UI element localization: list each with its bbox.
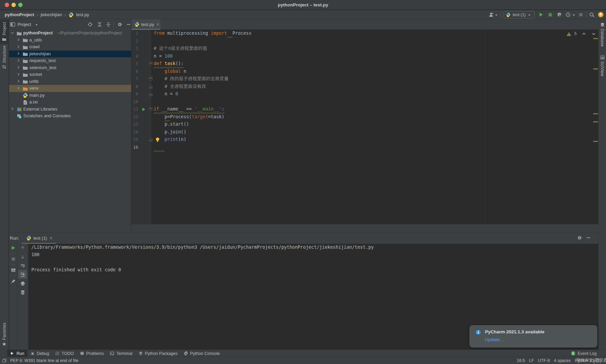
breadcrumb-item-test.py[interactable]: test.py: [76, 12, 89, 17]
tree-row-selenium_test[interactable]: selenium_test: [9, 64, 131, 71]
update-link[interactable]: Update...: [485, 337, 504, 342]
project-settings-gear-button[interactable]: [117, 22, 122, 27]
tool-window-button-python-console[interactable]: Python Console: [181, 350, 223, 357]
stripe-button-sciview[interactable]: SciView: [599, 55, 606, 82]
tool-window-button-terminal[interactable]: Terminal: [107, 350, 135, 357]
soft-wrap-button[interactable]: [18, 261, 27, 270]
inspections-widget[interactable]: 5: [567, 31, 596, 37]
tree-row-a_utils[interactable]: a_utils: [9, 37, 131, 44]
stripe-button-database[interactable]: Database: [599, 22, 606, 49]
stripe-button-structure[interactable]: Structure: [0, 46, 8, 69]
tree-chevron-right-icon[interactable]: [17, 86, 21, 91]
tree-row-urllib[interactable]: urllib: [9, 78, 131, 85]
tree-row-requests_test[interactable]: requests_test: [9, 57, 131, 64]
prev-warning-icon[interactable]: [582, 32, 586, 36]
pin-tab-button[interactable]: [9, 277, 18, 285]
fold-start-marker[interactable]: [149, 77, 153, 81]
title-bar[interactable]: pythonProject – test.py: [0, 0, 606, 10]
indent-widget[interactable]: 4 spaces: [554, 358, 571, 363]
stop-process-button[interactable]: [9, 254, 18, 263]
tree-chevron-right-icon[interactable]: [17, 72, 21, 77]
expand-all-button[interactable]: [97, 22, 102, 27]
run-tab-close-icon[interactable]: [49, 236, 53, 240]
tool-window-button-todo[interactable]: TODO: [52, 350, 77, 357]
tree-chevron-right-icon[interactable]: [17, 65, 21, 70]
tree-chevron-down-icon[interactable]: [10, 31, 15, 35]
tree-row-socket[interactable]: socket: [9, 71, 131, 78]
tree-row-main.py[interactable]: main.py: [9, 92, 131, 99]
breadcrumb-item-pythonProject[interactable]: pythonProject: [5, 12, 34, 17]
event-log-button[interactable]: 1 Event Log: [571, 350, 597, 357]
error-stripe-mark[interactable]: [593, 68, 598, 69]
fold-end-marker[interactable]: [149, 138, 153, 142]
scroll-to-end-button[interactable]: [18, 270, 27, 279]
error-stripe-mark[interactable]: [593, 141, 598, 142]
interpreter-widget[interactable]: Python 3.9 (2)简体中文(圆汉鑫王: [575, 358, 601, 363]
tree-chevron-right-icon[interactable]: [10, 107, 15, 111]
run-line-gutter-icon[interactable]: [142, 107, 146, 112]
profiler-caret-icon[interactable]: [572, 13, 575, 17]
tree-row-Scratches-and-Consoles[interactable]: Scratches and Consoles: [9, 113, 131, 120]
stripe-button-favorites[interactable]: Favorites: [0, 322, 8, 347]
tree-chevron-right-icon[interactable]: [17, 79, 21, 84]
fold-end-marker[interactable]: [149, 92, 153, 96]
tree-row-venv[interactable]: venv: [9, 85, 131, 92]
collapse-all-button[interactable]: [106, 22, 111, 27]
tree-row-External-Libraries[interactable]: External Libraries: [9, 106, 131, 113]
intention-bulb-icon[interactable]: [155, 137, 160, 142]
profiler-button[interactable]: [566, 12, 571, 18]
project-panel-caret-icon[interactable]: [35, 23, 38, 26]
search-everywhere-button[interactable]: [589, 12, 595, 18]
stripe-button-project[interactable]: Project: [0, 20, 8, 44]
stop-button[interactable]: [578, 12, 583, 17]
ide-update-button[interactable]: [598, 12, 604, 18]
status-message[interactable]: PEP 8: W391 blank line at end of file: [10, 357, 79, 364]
tree-chevron-right-icon[interactable]: [17, 59, 21, 63]
clear-console-button[interactable]: [18, 288, 27, 297]
error-stripe-mark[interactable]: [593, 113, 598, 114]
run-button[interactable]: [539, 12, 544, 17]
locate-file-button[interactable]: [88, 22, 93, 27]
caret-position-widget[interactable]: 16:5: [517, 358, 525, 363]
line-separator-widget[interactable]: LF: [529, 358, 534, 363]
print-console-button[interactable]: [18, 279, 27, 288]
tree-chevron-right-icon[interactable]: [17, 52, 21, 56]
next-warning-icon[interactable]: [592, 32, 596, 36]
debug-button[interactable]: [548, 12, 553, 17]
tool-window-button-debug[interactable]: Debug: [27, 350, 52, 357]
run-hide-icon[interactable]: [586, 235, 591, 240]
tool-window-button-run[interactable]: Run: [7, 350, 27, 357]
error-stripe-mark[interactable]: [593, 121, 598, 122]
fold-start-marker[interactable]: [149, 107, 153, 112]
user-dropdown-caret-icon[interactable]: [495, 13, 498, 17]
fold-start-marker[interactable]: [149, 62, 153, 66]
prev-occurrence-button[interactable]: [18, 243, 27, 252]
next-occurrence-button[interactable]: [18, 252, 27, 261]
tree-row-jiekeshijian[interactable]: jiekeshijian: [9, 51, 131, 58]
tree-row-crawl[interactable]: crawl: [9, 43, 131, 51]
restore-layout-button[interactable]: [9, 266, 18, 274]
tree-row-a.txt[interactable]: a.txt: [9, 99, 131, 106]
fold-end-marker[interactable]: [149, 85, 153, 89]
editor-tab-testpy[interactable]: test.py: [131, 19, 160, 30]
run-config-combo[interactable]: test (1): [504, 11, 535, 19]
code-editor[interactable]: 12345678910111213141516 from multiproces…: [131, 30, 598, 224]
tool-window-button-python-packages[interactable]: Python Packages: [135, 350, 181, 357]
run-settings-gear-icon[interactable]: [577, 235, 582, 240]
tab-close-icon[interactable]: [156, 22, 160, 27]
tool-windows-toggle-icon[interactable]: [2, 358, 7, 364]
coverage-button[interactable]: [557, 12, 562, 17]
hide-project-panel-button[interactable]: [126, 22, 131, 27]
tree-chevron-right-icon[interactable]: [17, 38, 21, 42]
encoding-widget[interactable]: UTF-8: [538, 358, 550, 363]
editor-gutter[interactable]: 12345678910111213141516: [131, 30, 151, 224]
error-stripe-mark[interactable]: [593, 38, 598, 39]
tool-window-button-problems[interactable]: Problems: [77, 350, 107, 357]
breadcrumb-item-jiekeshijian[interactable]: jiekeshijian: [40, 12, 62, 17]
run-tab-test1[interactable]: test (1): [22, 233, 56, 244]
tree-chevron-right-icon[interactable]: [17, 45, 21, 49]
rerun-button[interactable]: [9, 243, 18, 252]
update-notification[interactable]: PyCharm 2021.1.3 available Update...: [469, 325, 597, 347]
tree-row-pythonProject[interactable]: pythonProject ~/PycharmProjects/pythonPr…: [9, 30, 131, 37]
user-icon[interactable]: [489, 12, 494, 18]
